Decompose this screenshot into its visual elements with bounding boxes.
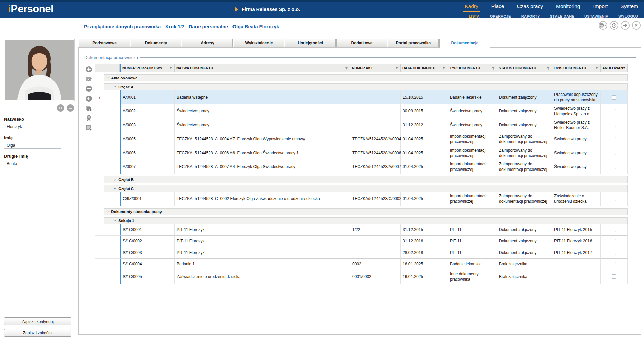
collapse-icon[interactable]: › [113,86,117,87]
tab-portal-pracownika[interactable]: Portal pracownika [388,39,439,47]
anulowany-checkbox[interactable] [612,151,616,155]
anulowany-checkbox[interactable] [612,109,616,113]
close-icon[interactable]: × [632,21,641,30]
anulowany-checkbox[interactable] [612,165,616,169]
cell-anulowany [601,160,628,174]
table-row[interactable]: A/0007TECZKA_51244528_A_0007 A4_Florczyk… [95,160,628,174]
collapse-icon[interactable]: › [113,220,117,221]
nav-item-place[interactable]: Płace [491,3,504,9]
table-row[interactable]: A/0006TECZKA_51244528_A_0006 A6_Florczyk… [95,146,628,160]
filter-icon[interactable] [595,66,599,70]
cell-data-dokumentu: 16.01.2025 [401,270,448,284]
group-row-czesc-c[interactable]: ›Część C [95,185,628,192]
cell-nazwa-dokumentu: TECZKA_51244528_A_0004 A7_Florczyk Olga … [175,132,350,146]
anulowany-checkbox[interactable] [612,228,616,232]
column-header-numer-porzadkowy[interactable]: NUMER PORZĄDKOWY [120,64,175,72]
certificate-icon[interactable] [85,124,93,131]
group-row-czesc-b[interactable]: ›Część B [95,176,628,183]
table-row[interactable]: A/0003Świadectwo pracy31.12.2012Świadect… [95,118,628,132]
column-header-typ-dokumentu[interactable]: TYP DOKUMENTU [448,64,497,72]
subnav-item-ustawienia[interactable]: USTAWIENIA [584,14,608,18]
edit-icon[interactable] [85,75,93,82]
add-icon[interactable] [85,66,93,73]
nav-item-kadry[interactable]: Kadry [465,3,478,9]
subnav-item-wyloguj[interactable]: WYLOGUJ [618,14,638,18]
anulowany-checkbox[interactable] [612,197,616,201]
tab-podstawowe[interactable]: Podstawowe [79,39,130,47]
group-row-sekcja-1[interactable]: ›Sekcja 1 [95,217,628,224]
filter-icon[interactable] [491,66,495,70]
tab-dodatkowe[interactable]: Dodatkowe [336,39,387,47]
nazwisko-input[interactable] [4,123,61,130]
subnav-item-lista[interactable]: LISTA [469,14,479,18]
swap-photo-icon[interactable] [57,104,64,112]
nav-item-import[interactable]: Import [593,3,608,9]
company-selector[interactable]: Firma Releases Sp. z o.o. [235,7,300,12]
save-finish-button[interactable]: Zapisz i zakończ [4,329,71,337]
row-indicator-cell [95,217,104,224]
filter-icon[interactable] [442,66,446,70]
subnav-item-raporty[interactable]: RAPORTY [521,14,540,18]
anulowany-checkbox[interactable] [612,137,616,141]
column-header-data-dokumentu[interactable]: DATA DOKUMENTU [401,64,448,72]
table-row[interactable]: C/9Z/0001TECZKA_51244528_C_0002 Florczyk… [95,192,628,206]
tab-wyksztalcenie[interactable]: Wykształcenie [234,39,284,47]
remove-photo-icon[interactable] [67,104,74,112]
table-row[interactable]: ›A/0001Badania wstępne15.10.2015Badanie … [95,90,628,104]
table-row[interactable]: S/1C/0005Zaświadczenie o urodzeniu dziec… [95,270,628,284]
history-icon[interactable] [610,21,618,30]
collapse-icon[interactable]: › [113,188,117,189]
subnav-item-operacje[interactable]: OPERACJE [490,14,511,18]
print-menu-caret-icon [605,25,607,26]
nav-item-monitoring[interactable]: Monitoring [556,3,580,9]
column-header-opis-dokumentu[interactable]: OPIS DOKUMENTU [552,64,601,72]
qualification-icon[interactable] [85,114,93,121]
collapse-icon[interactable]: › [106,211,110,212]
forward-icon[interactable] [621,21,630,30]
filter-icon[interactable] [546,66,550,70]
filter-icon[interactable] [345,66,348,70]
anulowany-checkbox[interactable] [612,251,616,255]
nav-item-czas-pracy[interactable]: Czas pracy [517,3,543,9]
group-row-czesc-a[interactable]: ›Część A [95,83,628,90]
column-header-status-dokumentu[interactable]: STATUS DOKUMENTU [497,64,552,72]
column-header-nazwa-dokumentu[interactable]: NAZWA DOKUMENTU [175,64,350,72]
cell-typ-dokumentu: Świadectwo pracy [448,118,497,132]
acceptance-icon[interactable] [85,95,93,102]
group-label: Dokumenty stosunku pracy [111,210,162,214]
print-menu-icon[interactable] [599,21,607,30]
table-row[interactable]: S/1C/0001PIT-11 Florczyk1/2231.12.2015PI… [95,224,628,236]
cell-status-dokumentu: Dokument załączony [497,90,552,104]
filter-icon[interactable] [395,66,399,70]
cell-nazwa-dokumentu: Świadectwo pracy [175,104,350,118]
tab-dokumentacja[interactable]: Dokumentacja [439,39,490,48]
tab-umiejetnosci[interactable]: Umiejętności [285,39,336,47]
group-row-akta-osobowe[interactable]: ›Akta osobowe [95,74,628,81]
subnav-item-stale-dane[interactable]: STAŁE DANE [550,14,574,18]
anulowany-checkbox[interactable] [612,95,616,100]
save-continue-button[interactable]: Zapisz i kontynuuj [4,317,71,325]
column-header-numer-akt[interactable]: NUMER AKT [350,64,401,72]
imie-input[interactable] [4,142,61,149]
anulowany-checkbox[interactable] [612,123,616,127]
remove-icon[interactable] [85,85,93,92]
tab-adresy[interactable]: Adresy [182,39,233,47]
nav-item-system[interactable]: System [620,3,638,9]
expand-icon[interactable]: › [114,177,116,182]
table-row[interactable]: A/0005TECZKA_51244528_A_0004 A7_Florczyk… [95,132,628,146]
anulowany-checkbox[interactable] [612,262,616,266]
copy-document-icon[interactable] [85,105,93,112]
table-row[interactable]: S/1C/0002PIT-11 Florczyk31.12.2016PIT-11… [95,236,628,247]
table-row[interactable]: S/1C/0003PIT-11 Florczyk28.02.2018PIT-11… [95,247,628,259]
filter-icon[interactable] [627,66,628,70]
tab-dokumenty[interactable]: Dokumenty [131,39,181,47]
group-row-dokumenty-stosunku-pracy[interactable]: ›Dokumenty stosunku pracy [95,208,628,215]
column-header-anulowany[interactable]: ANULOWANY [601,64,628,72]
drugie-imie-input[interactable] [4,160,61,167]
table-row[interactable]: S/1C/0004Badanie 1000216.01.2025Badanie … [95,259,628,270]
filter-icon[interactable] [169,66,173,70]
collapse-icon[interactable]: › [106,77,110,78]
table-row[interactable]: A/0002Świadectwo pracy30.09.2015Świadect… [95,104,628,118]
anulowany-checkbox[interactable] [612,274,616,279]
anulowany-checkbox[interactable] [612,239,616,243]
